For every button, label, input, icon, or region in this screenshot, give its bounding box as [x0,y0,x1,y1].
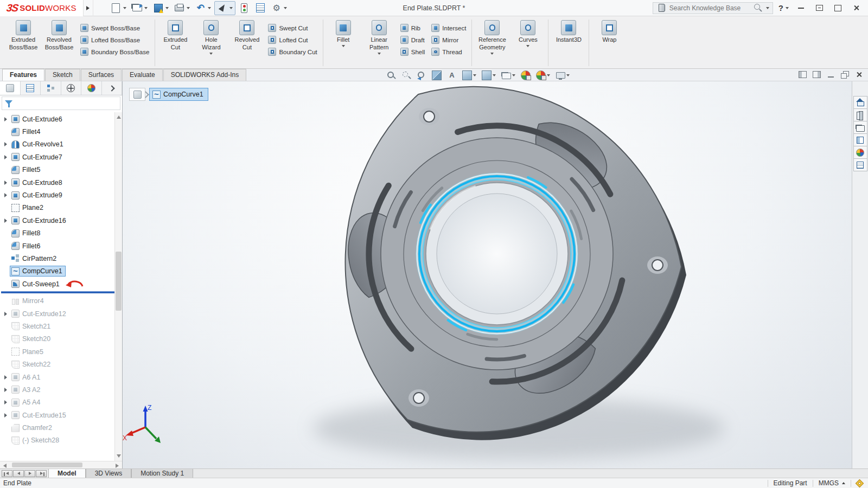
dropdown-caret[interactable] [123,7,126,9]
help-dropdown-caret[interactable] [786,7,789,9]
dropdown-caret[interactable] [187,7,190,9]
tree-item-body[interactable]: Mirror4 [10,296,47,306]
swept-boss-base-button[interactable]: Swept Boss/Base [78,23,151,33]
dropdown-caret[interactable] [547,74,550,76]
tree-item-body[interactable]: Fillet4 [10,126,43,137]
instant3d-button[interactable]: Instant3D [552,18,585,46]
tree-item-body[interactable]: Cut-Extrude12 [10,309,69,319]
tree-item-body[interactable]: Cut-Extrude7 [10,152,66,163]
task-pane-view-palette-button[interactable] [853,133,867,146]
panel-tab-feature-manager[interactable] [0,81,21,95]
task-pane-file-explorer-button[interactable] [853,121,867,134]
last-tab-button[interactable] [36,470,47,477]
options-button[interactable] [269,2,289,15]
print-button[interactable] [172,2,192,15]
tree-item-body[interactable]: A6 A1 [10,372,43,383]
tree-vertical-scrollbar[interactable] [114,112,122,461]
scroll-thumb[interactable] [12,463,82,467]
linear-pattern-button[interactable]: Linear Pattern [362,18,396,56]
graphics-viewport[interactable]: Z X CompCurve1 [123,81,852,468]
tree-item-body[interactable]: Cut-Extrude16 [10,215,69,226]
section-view-button[interactable] [431,70,443,81]
part-model-end-plate[interactable]: Z X [123,81,852,468]
dropdown-caret[interactable] [165,7,169,9]
dropdown-caret[interactable] [566,74,570,76]
dropdown-caret[interactable] [378,53,381,55]
lofted-cut-button[interactable]: Lofted Cut [266,35,319,45]
tree-item-mirror4[interactable]: Mirror4 [1,294,122,307]
wrap-button[interactable]: Wrap [592,18,626,46]
task-pane-home-button[interactable] [853,96,867,109]
lofted-boss-base-button[interactable]: Lofted Boss/Base [78,35,151,45]
expand-caret[interactable] [1,375,10,380]
intersect-button[interactable]: Intersect [429,23,468,33]
window-close-button[interactable] [850,3,863,14]
task-pane-design-library-button[interactable] [853,108,867,121]
menu-expand-arrow[interactable] [84,0,93,16]
tree-item-body[interactable]: Cut-Revolve1 [10,139,67,150]
tree-item-cut-extrude15[interactable]: Cut-Extrude15 [1,409,122,421]
scroll-right-arrow[interactable] [116,464,119,468]
dropdown-caret[interactable] [208,7,211,9]
rollback-bar[interactable] [1,291,122,293]
doc-restore-button[interactable] [840,70,850,79]
tree-item-body[interactable]: Sketch21 [10,321,54,332]
extruded-cut-button[interactable]: Extruded Cut [158,18,192,53]
tree-item-body[interactable]: CompCurve1 [10,266,66,277]
tree-item-cut-extrude16[interactable]: Cut-Extrude16 [1,214,122,227]
dropdown-caret[interactable] [342,45,345,47]
tab-motion-study-1[interactable]: Motion Study 1 [131,469,193,478]
panel-tab-dimxpert[interactable] [61,81,82,95]
tree-item-body[interactable]: (-) Sketch28 [10,435,62,446]
tree-filter[interactable] [2,97,120,110]
window-minimize-button[interactable] [794,3,807,14]
units-selector[interactable]: MMGS [819,479,845,487]
end-plate-body[interactable] [345,87,686,440]
tree-item-plane2[interactable]: Plane2 [1,202,122,214]
tree-item-a6-a1[interactable]: A6 A1 [1,371,122,383]
tree-item-body[interactable]: A3 A2 [10,384,43,395]
tree-item-body[interactable]: Sketch22 [10,359,54,370]
scroll-thumb[interactable] [116,252,122,311]
previous-tab-button[interactable] [13,470,24,477]
tree-item-cut-extrude7[interactable]: Cut-Extrude7 [1,151,122,163]
extruded-boss-base-button[interactable]: Extruded Boss/Base [7,18,40,53]
tree-item-a3-a2[interactable]: A3 A2 [1,383,122,396]
annotation-visibility-button[interactable] [446,70,458,81]
dropdown-caret[interactable] [473,74,476,76]
expand-caret[interactable] [1,142,10,146]
thread-button[interactable]: Thread [429,47,468,57]
doc-minimize-button[interactable] [826,70,835,79]
tab-surfaces[interactable]: Surfaces [81,69,122,81]
apply-scene-button[interactable] [535,70,551,81]
swept-cut-button[interactable]: Swept Cut [266,23,319,33]
tree-item-body[interactable]: Fillet5 [10,164,43,175]
select-button[interactable] [214,1,235,15]
draft-button[interactable]: Draft [398,35,427,45]
tree-item-fillet6[interactable]: Fillet6 [1,240,122,252]
panel-tab-display-manager[interactable] [81,81,102,95]
tree-item-fillet4[interactable]: Fillet4 [1,125,122,138]
task-list-button[interactable] [253,2,268,15]
save-button[interactable] [151,2,171,15]
search-icon[interactable] [753,3,764,14]
tree-item-cut-extrude6[interactable]: Cut-Extrude6 [1,113,122,125]
tree-item-cirpattern2[interactable]: CirPattern2 [1,252,122,265]
next-tab-button[interactable] [24,470,35,477]
tree-item-cut-extrude12[interactable]: Cut-Extrude12 [1,307,122,320]
tab-3d-views[interactable]: 3D Views [86,469,131,478]
previous-view-button[interactable] [416,70,427,81]
tab-features[interactable]: Features [2,69,44,81]
tree-item-fillet5[interactable]: Fillet5 [1,164,122,176]
expand-caret[interactable] [1,193,10,197]
tree-item-chamfer2[interactable]: Chamfer2 [1,421,122,434]
tree-item-body[interactable]: Cut-Extrude9 [10,190,66,201]
search-dropdown-caret[interactable] [766,7,769,9]
tree-item-sketch20[interactable]: Sketch20 [1,333,122,345]
tree-item-body[interactable]: Fillet8 [10,228,43,239]
dropdown-caret[interactable] [490,53,494,55]
tree-item-body[interactable]: A5 A4 [10,397,43,408]
knowledge-base-search[interactable] [653,2,773,14]
shell-button[interactable]: Shell [398,47,427,57]
hide-show-items-button[interactable] [500,70,516,81]
